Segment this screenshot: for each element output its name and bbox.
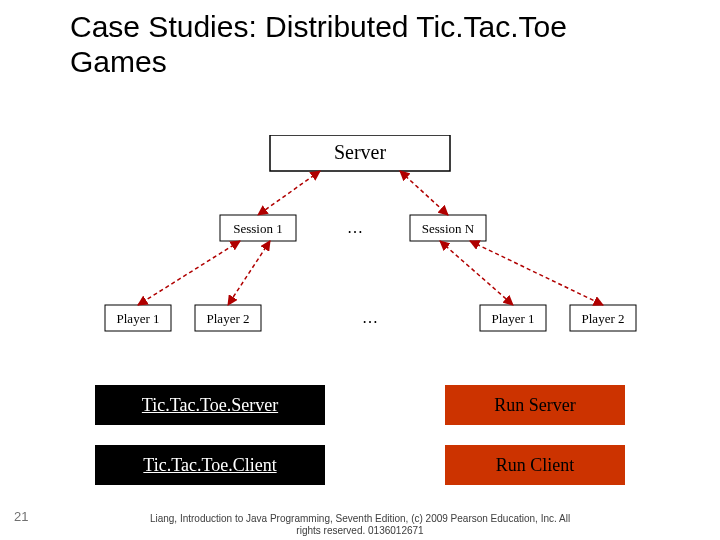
player2b-label: Player 2: [582, 311, 625, 326]
svg-line-9: [138, 241, 240, 305]
svg-line-10: [228, 241, 270, 305]
player1a-label: Player 1: [117, 311, 160, 326]
player2a-label: Player 2: [207, 311, 250, 326]
page-title: Case Studies: Distributed Tic.Tac.Toe Ga…: [70, 10, 670, 79]
client-source-link[interactable]: Tic.Tac.Toe.Client: [95, 445, 325, 485]
slide: Case Studies: Distributed Tic.Tac.Toe Ga…: [0, 0, 720, 540]
sessions-dots: …: [347, 219, 363, 236]
run-server-button[interactable]: Run Server: [445, 385, 625, 425]
svg-line-11: [440, 241, 513, 305]
player1b-label: Player 1: [492, 311, 535, 326]
server-source-link[interactable]: Tic.Tac.Toe.Server: [95, 385, 325, 425]
footer-line2: rights reserved. 0136012671: [0, 525, 720, 537]
sessionN-label: Session N: [422, 221, 475, 236]
architecture-diagram: Server Session 1 Session N … Player 1 Pl…: [80, 135, 640, 345]
footer-line1: Liang, Introduction to Java Programming,…: [0, 513, 720, 525]
svg-line-7: [258, 171, 320, 215]
footer: Liang, Introduction to Java Programming,…: [0, 513, 720, 536]
svg-line-12: [470, 241, 603, 305]
server-label: Server: [334, 141, 387, 163]
svg-line-8: [400, 171, 448, 215]
players-dots: …: [362, 309, 378, 326]
session1-label: Session 1: [233, 221, 282, 236]
run-client-button[interactable]: Run Client: [445, 445, 625, 485]
